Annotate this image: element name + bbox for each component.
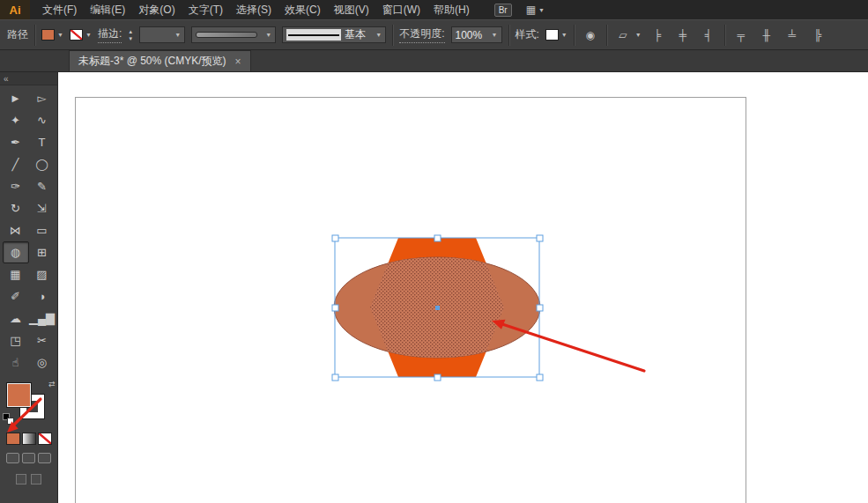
default-fill-stroke-icon[interactable] xyxy=(3,413,14,425)
artboard-tool-button[interactable]: ◳ xyxy=(3,329,29,351)
free-transform-tool-button[interactable]: ▭ xyxy=(29,219,56,241)
mesh-tool-button[interactable]: ▦ xyxy=(3,263,29,285)
align-middle-button[interactable]: ╫ xyxy=(757,26,776,44)
menu-view[interactable]: 视图(V) xyxy=(334,3,369,18)
selection-handle[interactable] xyxy=(434,235,441,241)
symbol-sprayer-tool-button[interactable]: ☁ xyxy=(3,307,29,329)
tools-panel: « ► ▻ ✦ ∿ ✒ T ╱ ◯ ✑ ✎ ↻ ⇲ ⋈ ▭ ◍ ⊞ ▦ ▨ ✐ xyxy=(0,72,58,503)
column-graph-tool-button[interactable]: ▁▄▇ xyxy=(29,307,56,329)
chevron-down-icon: ▼ xyxy=(174,32,181,38)
illustrator-window: Ai 文件(F) 编辑(E) 对象(O) 文字(T) 选择(S) 效果(C) 视… xyxy=(0,0,868,503)
canvas-area[interactable] xyxy=(58,72,868,503)
selection-tool-button[interactable]: ► xyxy=(3,87,29,109)
selection-handle[interactable] xyxy=(537,235,543,241)
fullscreen-menu-mode-button[interactable] xyxy=(22,453,35,463)
color-mode-row xyxy=(6,433,52,445)
graphic-style-swatch xyxy=(545,29,559,41)
footer-icon-right[interactable] xyxy=(31,474,41,485)
style-label: 样式: xyxy=(516,27,539,42)
footer-icon-left[interactable] xyxy=(16,474,26,485)
selection-handle[interactable] xyxy=(332,374,338,381)
magic-wand-tool-button[interactable]: ✦ xyxy=(3,109,29,131)
workspace-switcher[interactable]: ▦ ▼ xyxy=(526,4,545,16)
menu-help[interactable]: 帮助(H) xyxy=(434,3,470,18)
selection-handle[interactable] xyxy=(434,374,441,381)
gradient-tool-button[interactable]: ▨ xyxy=(29,263,56,285)
line-segment-tool-button[interactable]: ╱ xyxy=(3,153,29,175)
color-mode-button[interactable] xyxy=(6,433,20,445)
brush-name: 基本 xyxy=(345,27,366,42)
fill-color-swatch xyxy=(41,29,55,41)
menu-type[interactable]: 文字(T) xyxy=(189,3,223,18)
chevron-down-icon: ▼ xyxy=(375,32,382,38)
bridge-button[interactable]: Br xyxy=(494,4,512,17)
swap-fill-stroke-icon[interactable]: ⇄ xyxy=(48,380,56,388)
scale-tool-button[interactable]: ⇲ xyxy=(29,197,56,219)
graphic-style-dropdown[interactable]: ▼ xyxy=(545,29,568,41)
artwork xyxy=(58,72,868,503)
collapse-panel-button[interactable]: « xyxy=(0,72,57,85)
document-tab[interactable]: 未标题-3* @ 50% (CMYK/预览) × xyxy=(69,50,251,71)
menu-object[interactable]: 对象(O) xyxy=(138,3,174,18)
separator xyxy=(508,25,509,46)
separator xyxy=(34,25,35,46)
perspective-grid-tool-button[interactable]: ⊞ xyxy=(29,241,56,263)
app-logo: Ai xyxy=(0,0,30,19)
menu-select[interactable]: 选择(S) xyxy=(236,3,271,18)
brush-definition-select[interactable]: 基本 ▼ xyxy=(282,26,386,43)
selection-handle[interactable] xyxy=(332,235,338,241)
distribute-button[interactable]: ╠ xyxy=(808,26,827,44)
menu-edit[interactable]: 编辑(E) xyxy=(90,3,125,18)
fullscreen-mode-button[interactable] xyxy=(38,453,51,463)
stroke-weight-select[interactable]: ▼ xyxy=(139,26,185,43)
recolor-artwork-icon[interactable]: ◉ xyxy=(581,26,600,44)
selection-handle[interactable] xyxy=(537,374,543,381)
transform-icon: ▱ xyxy=(613,26,633,44)
tab-close-button[interactable]: × xyxy=(235,55,241,68)
align-top-button[interactable]: ╤ xyxy=(731,26,751,44)
tools-grid: ► ▻ ✦ ∿ ✒ T ╱ ◯ ✑ ✎ ↻ ⇲ ⋈ ▭ ◍ ⊞ ▦ ▨ ✐ ◑ xyxy=(3,87,56,374)
width-profile-select[interactable]: ▼ xyxy=(191,26,276,43)
align-left-button[interactable]: ╞ xyxy=(648,26,667,44)
stroke-weight-label[interactable]: 描边: xyxy=(98,26,122,43)
stepper-up-icon[interactable]: ▲ xyxy=(128,29,133,34)
selection-handle[interactable] xyxy=(537,305,543,311)
normal-screen-mode-button[interactable] xyxy=(6,453,19,463)
shape-builder-tool-button[interactable]: ◍ xyxy=(3,241,29,263)
none-mode-button[interactable] xyxy=(38,433,52,445)
lasso-tool-button[interactable]: ∿ xyxy=(29,109,56,131)
pen-tool-button[interactable]: ✒ xyxy=(3,131,29,153)
opacity-label[interactable]: 不透明度: xyxy=(399,26,444,43)
pencil-tool-button[interactable]: ✎ xyxy=(29,175,56,197)
zoom-tool-button[interactable]: ◎ xyxy=(29,351,56,374)
stroke-weight-stepper[interactable]: ▲ ▼ xyxy=(128,29,133,41)
type-tool-button[interactable]: T xyxy=(29,131,56,153)
eyedropper-tool-button[interactable]: ✐ xyxy=(3,285,29,307)
ellipse-tool-button[interactable]: ◯ xyxy=(29,153,56,175)
menu-file[interactable]: 文件(F) xyxy=(42,3,77,18)
blend-tool-button[interactable]: ◑ xyxy=(29,285,56,307)
width-tool-button[interactable]: ⋈ xyxy=(3,219,29,241)
fill-swatch[interactable] xyxy=(7,383,31,407)
align-bottom-button[interactable]: ╧ xyxy=(783,26,802,44)
align-center-button[interactable]: ╪ xyxy=(673,26,693,44)
control-bar: 路径 ▼ ▼ 描边: ▲ ▼ ▼ ▼ 基本 ▼ 不透明度: xyxy=(0,19,868,50)
rotate-tool-button[interactable]: ↻ xyxy=(3,197,29,219)
document-tab-bar: 未标题-3* @ 50% (CMYK/预览) × xyxy=(0,50,868,72)
stepper-down-icon[interactable]: ▼ xyxy=(128,36,133,41)
menu-window[interactable]: 窗口(W) xyxy=(382,3,420,18)
hand-tool-button[interactable]: ☝ xyxy=(3,351,29,374)
selection-handle[interactable] xyxy=(332,305,338,311)
align-right-button[interactable]: ╡ xyxy=(699,26,718,44)
paintbrush-tool-button[interactable]: ✑ xyxy=(3,175,29,197)
menu-effect[interactable]: 效果(C) xyxy=(285,3,321,18)
chevron-down-icon: ▼ xyxy=(85,32,92,38)
transform-dropdown[interactable]: ▱ ▼ xyxy=(613,26,642,44)
direct-selection-tool-button[interactable]: ▻ xyxy=(29,87,56,109)
slice-tool-button[interactable]: ✂ xyxy=(29,329,56,351)
gradient-mode-button[interactable] xyxy=(22,433,36,445)
opacity-select[interactable]: 100% ▼ xyxy=(451,26,502,43)
stroke-color-dropdown[interactable]: ▼ xyxy=(70,29,92,41)
fill-color-dropdown[interactable]: ▼ xyxy=(41,29,63,41)
fill-stroke-indicator: ⇄ xyxy=(3,382,56,425)
